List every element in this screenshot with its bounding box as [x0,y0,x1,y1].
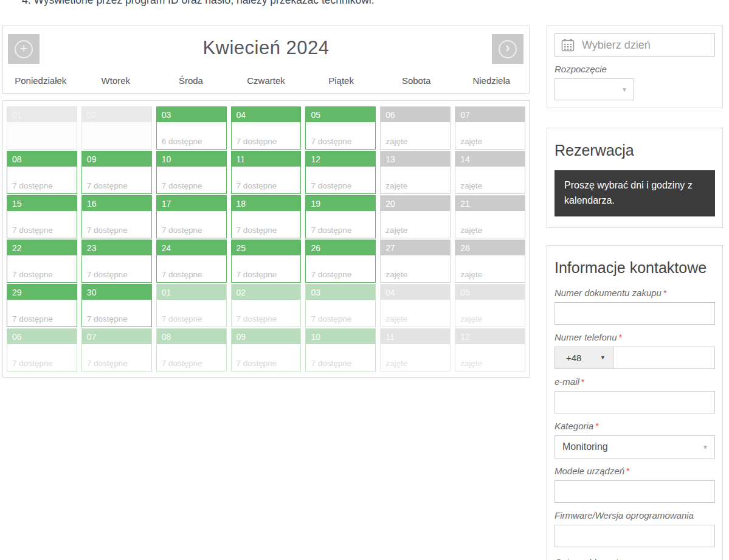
email-input[interactable] [555,391,715,413]
day-number: 20 [381,196,450,211]
day-number: 10 [157,151,226,167]
firmware-input[interactable] [555,525,715,547]
day-number: 12 [306,151,375,167]
calendar-day-cell[interactable]: 097 dostępne [81,151,152,194]
day-availability: 7 dostępne [12,314,53,323]
calendar-day-cell: 13zajęte [380,151,451,194]
purchase-doc-row: Numer dokumentu zakupu* [555,288,715,325]
contact-panel: Informacje kontaktowe Numer dokumentu za… [547,245,723,560]
models-input[interactable] [555,480,715,503]
purchase-doc-input[interactable] [555,302,715,325]
day-number: 13 [381,151,450,167]
day-number: 16 [82,196,151,211]
calendar-day-cell[interactable]: 307 dostępne [81,284,152,327]
day-availability: 7 dostępne [12,359,53,368]
day-availability: zajęte [460,314,482,323]
calendar-day-cell[interactable]: 107 dostępne [156,151,227,194]
phone-input[interactable] [613,347,715,369]
next-month-button[interactable] [492,34,523,64]
calendar-day-cell[interactable]: 117 dostępne [231,151,302,194]
day-availability: zajęte [460,270,482,279]
day-availability: 7 dostępne [311,270,351,279]
calendar: Kwiecień 2024 PoniedziałekWtorekŚrodaCzw… [2,26,530,378]
models-label: Modele urządzeń* [555,466,715,476]
weekday-label: Wtorek [78,75,154,86]
calendar-day-cell[interactable]: 167 dostępne [81,195,152,238]
date-picker-input[interactable]: Wybierz dzień [555,33,715,57]
calendar-day-cell[interactable]: 297 dostępne [7,284,77,327]
day-availability: zajęte [385,359,407,368]
calendar-day-cell[interactable]: 257 dostępne [231,240,302,283]
start-time-label: Rozpoczęcie [555,64,715,74]
email-label: e-mail* [555,376,715,387]
day-availability: 7 dostępne [237,226,277,235]
calendar-day-cell: 097 dostępne [231,328,302,372]
calendar-day-cell: 11zajęte [380,328,451,372]
calendar-grid-box: 0102036 dostępne047 dostępne057 dostępne… [2,100,530,378]
calendar-day-cell[interactable]: 047 dostępne [231,106,302,150]
required-asterisk: * [663,288,667,298]
day-number: 28 [455,240,525,255]
calendar-day-cell[interactable]: 187 dostępne [231,195,302,238]
day-availability: zajęte [460,181,482,190]
day-number: 12 [455,329,525,344]
purchase-doc-label: Numer dokumentu zakupu* [555,288,715,298]
calendar-day-cell[interactable]: 247 dostępne [156,240,227,283]
day-availability: 7 dostępne [162,359,202,368]
day-availability: 7 dostępne [311,226,351,235]
day-number: 03 [306,285,375,300]
phone-row: Numer telefonu* +48 [555,332,715,369]
day-number: 08 [157,329,226,344]
day-number: 14 [455,151,525,167]
calendar-day-cell[interactable]: 227 dostępne [7,240,77,283]
reservation-message: Proszę wybrać dni i godziny z kalendarza… [555,170,715,216]
calendar-day-cell: 087 dostępne [156,328,227,372]
category-select[interactable]: Monitoring [555,435,715,458]
day-number: 26 [306,240,375,255]
day-availability: 6 dostępne [162,137,202,146]
day-availability: 7 dostępne [87,270,128,279]
day-availability: 7 dostępne [12,226,53,235]
weekday-label: Czwartek [229,75,304,86]
calendar-day-cell: 20zajęte [380,195,451,238]
calendar-day-cell[interactable]: 237 dostępne [81,240,152,283]
day-number: 25 [232,240,301,255]
calendar-day-cell: 04zajęte [380,284,451,327]
models-row: Modele urządzeń* [555,466,715,503]
day-number: 04 [232,107,301,122]
calendar-day-cell[interactable]: 087 dostępne [7,151,77,194]
day-number: 10 [306,329,375,344]
required-asterisk: * [581,376,585,387]
calendar-day-cell[interactable]: 157 dostępne [7,195,77,238]
day-availability: 7 dostępne [237,314,277,323]
day-availability: 7 dostępne [237,359,277,368]
day-number: 02 [82,107,151,122]
calendar-day-cell: 12zajęte [455,328,525,372]
day-number: 08 [7,151,77,167]
reservation-heading: Rezerwacja [555,142,715,159]
calendar-header: Kwiecień 2024 PoniedziałekWtorekŚrodaCzw… [2,26,530,94]
start-time-select[interactable] [555,78,634,100]
calendar-day-cell[interactable]: 267 dostępne [305,240,376,283]
calendar-day-cell[interactable]: 127 dostępne [305,151,376,194]
day-availability: zajęte [385,181,407,190]
day-number: 11 [232,151,301,167]
phone-prefix-value: +48 [566,353,581,363]
day-availability: 7 dostępne [237,137,277,146]
day-number: 15 [7,196,77,211]
calendar-day-cell[interactable]: 177 dostępne [156,195,227,238]
phone-prefix-select[interactable]: +48 [555,347,613,369]
calendar-day-cell: 06zajęte [380,106,451,150]
calendar-day-cell[interactable]: 036 dostępne [156,106,227,150]
day-number: 06 [7,329,77,344]
calendar-day-cell: 28zajęte [455,240,525,283]
calendar-day-cell[interactable]: 057 dostępne [305,106,376,150]
calendar-day-cell[interactable]: 197 dostępne [305,195,376,238]
day-number: 01 [7,107,77,122]
calendar-grid: 0102036 dostępne047 dostępne057 dostępne… [7,106,525,372]
day-availability: zajęte [460,226,482,235]
day-availability: 7 dostępne [12,181,53,190]
booking-sidebar: Wybierz dzień Rozpoczęcie Rezerwacja Pro… [547,26,723,560]
phone-label: Numer telefonu* [555,332,715,342]
day-number: 09 [82,151,151,167]
